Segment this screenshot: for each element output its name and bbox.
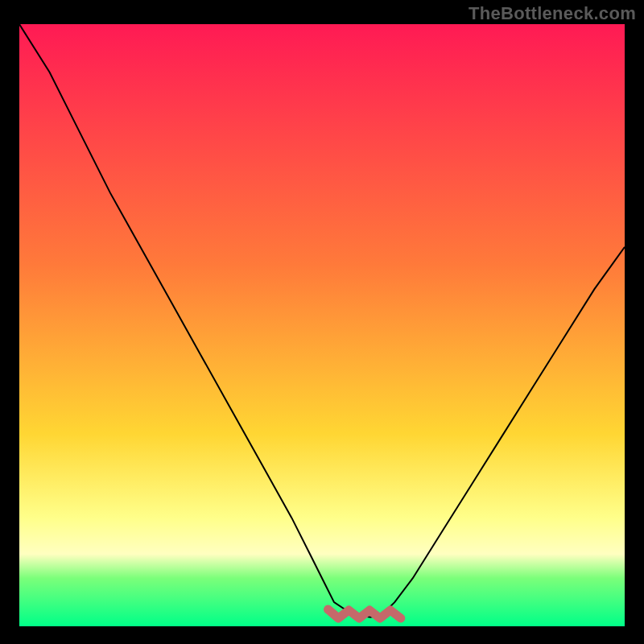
watermark-text: TheBottleneck.com (469, 3, 636, 24)
chart-frame: TheBottleneck.com (0, 0, 644, 644)
bottleneck-chart-svg (19, 24, 625, 626)
plot-area (19, 24, 625, 626)
gradient-background (19, 24, 625, 626)
